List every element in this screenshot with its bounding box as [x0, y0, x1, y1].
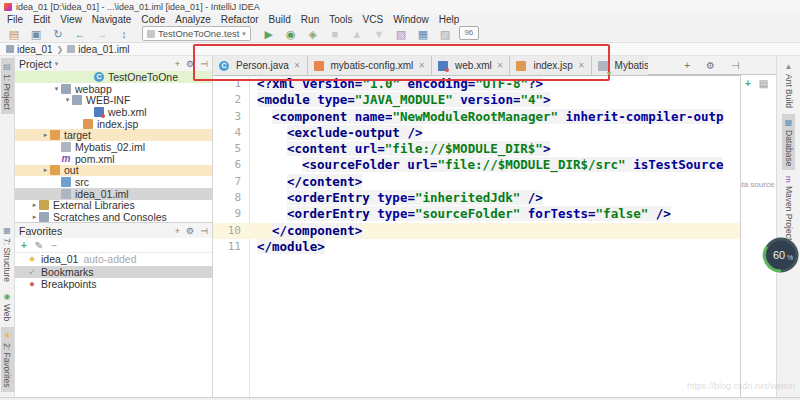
tool-window-button-database[interactable]: ▦Database [782, 114, 795, 170]
tab-index-jsp[interactable]: index.jsp✕ [510, 56, 591, 75]
table-icon[interactable]: ▦ [415, 26, 431, 42]
breadcrumb-item-idea-01[interactable]: idea_01 [6, 44, 53, 55]
tree-item-idea-01-iml[interactable]: idea_01.iml [15, 188, 212, 200]
run-configuration-select[interactable]: TestOneToOne.test ▾ [142, 26, 251, 41]
paste-icon[interactable]: ▤ [759, 78, 768, 89]
menu-item-window[interactable]: Window [388, 14, 434, 25]
tree-item-src[interactable]: src [15, 176, 212, 188]
changes-icon[interactable]: ▨ [437, 26, 453, 42]
chevron-right-icon[interactable]: ▸ [30, 201, 39, 209]
replace-icon[interactable]: ▧ [393, 26, 409, 42]
menu-item-vcs[interactable]: VCS [358, 14, 389, 25]
code-line-5[interactable]: 5<content url="file://$MODULE_DIR$"> [213, 141, 740, 157]
code-token: /> [520, 190, 543, 205]
tree-item-web-xml[interactable]: web.xml [15, 106, 212, 118]
menu-item-edit[interactable]: Edit [28, 14, 55, 25]
code-line-8[interactable]: 8<orderEntry type="inheritedJdk" /> [213, 190, 740, 206]
favorites-item-breakpoints[interactable]: ●Breakpoints [15, 278, 212, 291]
coverage-icon[interactable]: ◈ [305, 26, 321, 42]
code-line-3[interactable]: 3<component name="NewModuleRootManager" … [213, 109, 740, 125]
code-line-4[interactable]: 4<exclude-output /> [213, 125, 740, 141]
menu-item-help[interactable]: Help [434, 14, 465, 25]
close-icon[interactable]: ✕ [294, 61, 301, 70]
csdn-progress-badge[interactable]: 60 % [762, 236, 800, 278]
tab-web-xml[interactable]: web.xml✕ [432, 56, 510, 75]
menu-item-tools[interactable]: Tools [324, 14, 357, 25]
chevron-down-icon[interactable]: ▾ [52, 85, 61, 93]
step-into-icon[interactable]: ▼ [371, 26, 387, 42]
code-token: <orderEntry [287, 190, 377, 205]
chevron-down-icon[interactable]: ▾ [55, 60, 59, 68]
tool-window-button-web[interactable]: ◉Web [1, 288, 14, 325]
hide-icon[interactable]: ⊣ [200, 59, 208, 69]
chevron-right-icon[interactable]: ▸ [30, 213, 39, 221]
add-icon[interactable]: + [745, 78, 751, 89]
code-line-10[interactable]: 10</component> [213, 223, 740, 239]
chevron-down-icon[interactable]: ▾ [63, 96, 72, 104]
tool-window-button-7-structure[interactable]: ▦7: Structure [1, 222, 14, 286]
tab-mybatis-config-xml[interactable]: mybatis-config.xml✕ [308, 56, 433, 75]
tree-item-target[interactable]: ▸target [15, 129, 212, 141]
close-icon[interactable]: ✕ [578, 61, 585, 70]
forward-icon[interactable]: → [94, 26, 110, 42]
code-editor[interactable]: 1<?xml version="1.0" encoding="UTF-8"?>2… [213, 76, 740, 255]
menu-item-navigate[interactable]: Navigate [87, 14, 136, 25]
add-icon[interactable]: + [21, 240, 27, 251]
tab-person-java[interactable]: CPerson.java✕ [213, 56, 308, 75]
menu-item-refactor[interactable]: Refactor [216, 14, 264, 25]
tree-item-external-libraries[interactable]: ▸External Libraries [15, 200, 212, 212]
hide-icon[interactable]: ⊣ [200, 226, 208, 236]
tool-window-button-1-project[interactable]: ▤1: Project [1, 58, 14, 114]
settings-icon[interactable]: ⚙ [186, 59, 194, 69]
save-icon[interactable]: ▣ [28, 26, 44, 42]
tool-window-button-ant-build[interactable]: ▲Ant Build [782, 58, 795, 112]
favorites-item-idea-01[interactable]: ★idea_01auto-added [15, 253, 212, 266]
code-line-2[interactable]: 2<module type="JAVA_MODULE" version="4"> [213, 92, 740, 108]
menu-item-file[interactable]: File [2, 14, 28, 25]
menu-item-build[interactable]: Build [264, 14, 296, 25]
events-icon[interactable]: 96 [459, 26, 479, 40]
editor-area[interactable]: CPerson.java✕mybatis-config.xml✕web.xml✕… [213, 56, 740, 397]
stop-icon[interactable]: ■ [327, 26, 343, 42]
code-line-11[interactable]: 11</module> [213, 239, 740, 255]
hide-icon[interactable]: ⊣ [731, 60, 740, 71]
debug-icon[interactable]: ◉ [283, 26, 299, 42]
settings-icon[interactable]: ⚙ [706, 60, 715, 71]
back-icon[interactable]: ← [72, 26, 88, 42]
code-line-text: <?xml version="1.0" encoding="UTF-8"?> [249, 76, 543, 92]
settings-icon[interactable]: ⚙ [186, 226, 194, 236]
breadcrumb-item-idea-01-iml[interactable]: idea_01.iml [67, 44, 129, 55]
favorites-item-bookmarks[interactable]: ✓Bookmarks [15, 266, 212, 279]
locate-icon[interactable]: + [175, 59, 180, 69]
chevron-right-icon[interactable]: ▸ [41, 166, 50, 174]
tree-item-testonetoone[interactable]: CTestOneToOne [15, 71, 212, 83]
menu-item-analyze[interactable]: Analyze [170, 14, 216, 25]
locate-icon[interactable]: + [175, 226, 180, 236]
tree-item-mybatis-02-iml[interactable]: Mybatis_02.iml [15, 141, 212, 153]
code-line-6[interactable]: 6<sourceFolder url="file://$MODULE_DIR$/… [213, 157, 740, 173]
menu-item-view[interactable]: View [55, 14, 87, 25]
edit-icon[interactable]: ✎ [35, 240, 43, 251]
tree-item-index-jsp[interactable]: index.jsp [15, 118, 212, 130]
tree-item-out[interactable]: ▸out [15, 165, 212, 177]
open-icon[interactable]: ▤ [6, 26, 22, 42]
locate-icon[interactable]: + [684, 60, 690, 71]
tree-item-pom-xml[interactable]: mpom.xml [15, 153, 212, 165]
close-icon[interactable]: ✕ [418, 61, 425, 70]
close-icon[interactable]: ✕ [497, 61, 504, 70]
sort-icon[interactable]: ↕ [116, 26, 132, 42]
run-icon[interactable]: ▶ [261, 26, 277, 42]
remove-icon[interactable]: − [51, 240, 57, 251]
code-line-9[interactable]: 9<orderEntry type="sourceFolder" forTest… [213, 206, 740, 222]
tree-item-web-inf[interactable]: ▾WEB-INF [15, 94, 212, 106]
code-line-1[interactable]: 1<?xml version="1.0" encoding="UTF-8"?> [213, 76, 740, 92]
sync-icon[interactable]: ↻ [50, 26, 66, 42]
step-over-icon[interactable]: ▲ [349, 26, 365, 42]
chevron-right-icon[interactable]: ▸ [41, 131, 50, 139]
tool-window-button-label: Web [2, 304, 12, 321]
tool-window-button-2-favorites[interactable]: ★2: Favorites [1, 327, 14, 391]
code-line-7[interactable]: 7</content> [213, 174, 740, 190]
menu-item-run[interactable]: Run [296, 14, 324, 25]
menu-item-code[interactable]: Code [136, 14, 170, 25]
tree-item-webapp[interactable]: ▾webapp [15, 83, 212, 95]
